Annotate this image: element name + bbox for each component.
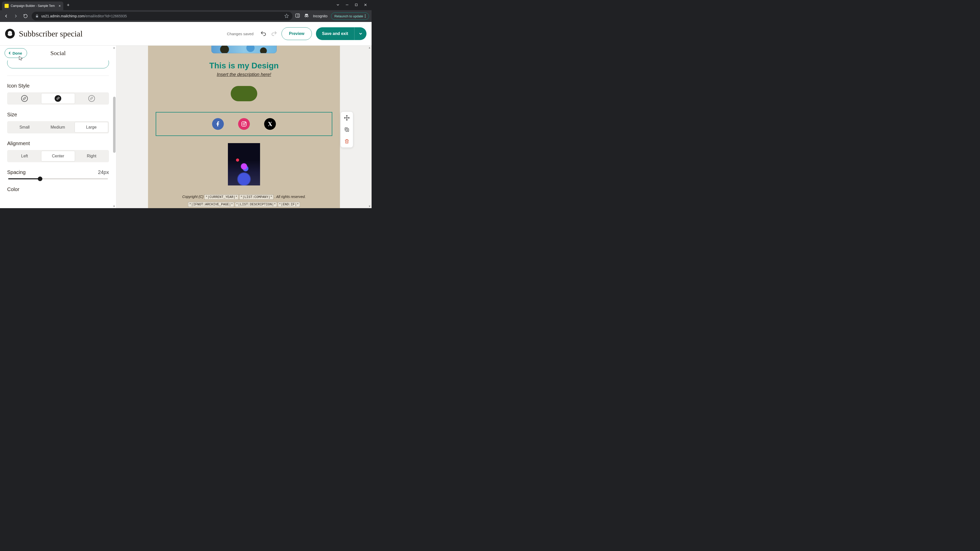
redo-button[interactable]	[271, 30, 277, 37]
sidebar-scrollbar-thumb[interactable]	[113, 97, 116, 153]
browser-toolbar: us21.admin.mailchimp.com/email/editor?id…	[0, 10, 372, 22]
address-bar[interactable]: us21.admin.mailchimp.com/email/editor?id…	[32, 12, 293, 21]
move-block-button[interactable]	[343, 114, 351, 122]
bookmark-icon[interactable]	[284, 14, 289, 19]
merge-tag-company[interactable]: *|LIST:COMPANY|*	[239, 195, 273, 200]
preview-button[interactable]: Preview	[282, 27, 312, 40]
canvas-area: This is my Design Insert the description…	[116, 46, 372, 208]
panel-icon[interactable]	[295, 13, 300, 19]
canvas-heading[interactable]: This is my Design	[156, 61, 332, 70]
canvas-scroll-down-icon[interactable]: ▼	[368, 205, 371, 208]
icon-style-segmented	[7, 92, 109, 105]
new-tab-button[interactable]: +	[67, 3, 70, 8]
back-button[interactable]	[3, 13, 10, 20]
canvas-subheading[interactable]: Insert the description here!	[156, 72, 332, 77]
duplicate-block-button[interactable]	[343, 125, 351, 134]
minimize-icon[interactable]	[345, 3, 348, 7]
merge-tag-ifnot[interactable]: *|IFNOT:ARCHIVE_PAGE|*	[188, 202, 234, 207]
svg-rect-4	[296, 14, 300, 17]
panel-title: Social	[51, 50, 66, 57]
footer-image[interactable]	[228, 143, 260, 186]
email-canvas[interactable]: This is my Design Insert the description…	[148, 46, 340, 208]
sidebar-scrollbar[interactable]: ▲ ▼	[112, 46, 116, 208]
canvas-scroll-up-icon[interactable]: ▲	[368, 46, 371, 49]
relaunch-button[interactable]: Relaunch to update	[331, 13, 369, 20]
icon-style-grey[interactable]	[75, 93, 108, 104]
spacing-value: 24px	[98, 169, 109, 175]
mailchimp-logo[interactable]	[5, 29, 15, 38]
app-header: Subbscriber special Changes saved Previe…	[0, 22, 372, 45]
save-dropdown-button[interactable]	[354, 27, 366, 40]
svg-point-8	[365, 14, 366, 15]
tab-close-icon[interactable]: ×	[59, 4, 61, 8]
canvas-scrollbar[interactable]: ▲ ▼	[368, 46, 372, 208]
spacing-slider-fill	[8, 178, 40, 179]
copyright-line[interactable]: Copyright (C) *|CURRENT_YEAR|* *|LIST:CO…	[156, 193, 332, 208]
canvas-cta-button[interactable]	[231, 86, 257, 101]
merge-tag-endif[interactable]: *|END:IF|*	[278, 202, 300, 207]
spacing-label: Spacing	[7, 169, 25, 175]
size-large[interactable]: Large	[75, 122, 108, 133]
block-toolbar	[340, 111, 353, 148]
reload-button[interactable]	[22, 13, 29, 20]
campaign-name[interactable]: Subbscriber special	[19, 29, 83, 38]
close-window-icon[interactable]	[364, 3, 367, 7]
svg-point-12	[243, 123, 245, 125]
svg-point-10	[365, 17, 366, 18]
svg-point-9	[365, 16, 366, 17]
save-status: Changes saved	[227, 32, 253, 36]
link-outline-icon	[21, 95, 28, 102]
size-medium[interactable]: Medium	[41, 122, 74, 133]
browser-tab[interactable]: Campaign Builder - Sample Tem ×	[2, 2, 63, 10]
window-controls	[336, 3, 372, 7]
link-grey-icon	[88, 95, 95, 102]
merge-tag-desc[interactable]: *|LIST:DESCRIPTION|*	[235, 202, 277, 207]
link-solid-icon	[55, 95, 61, 102]
social-block-selected[interactable]	[156, 112, 332, 136]
copyright-suffix: . All rights reserved.	[274, 195, 306, 199]
maximize-icon[interactable]	[355, 3, 358, 7]
browser-titlebar: Campaign Builder - Sample Tem × +	[0, 0, 372, 10]
address-url: us21.admin.mailchimp.com/email/editor?id…	[41, 14, 127, 18]
facebook-icon[interactable]	[212, 118, 224, 130]
size-label: Size	[7, 112, 109, 118]
chevron-left-icon	[8, 51, 11, 55]
icon-style-outline[interactable]	[8, 93, 41, 104]
incognito-icon[interactable]	[304, 13, 309, 19]
icon-style-label: Icon Style	[7, 83, 109, 89]
tab-favicon	[5, 4, 9, 8]
svg-point-13	[245, 122, 246, 123]
copyright-prefix: Copyright (C)	[182, 195, 204, 199]
delete-block-button[interactable]	[343, 137, 351, 145]
add-social-link-button[interactable]: Add another social link	[7, 60, 109, 68]
lock-icon	[35, 14, 39, 18]
align-right[interactable]: Right	[75, 151, 108, 162]
instagram-icon[interactable]	[238, 118, 250, 130]
incognito-label: Incognito	[313, 14, 328, 18]
done-button[interactable]: Done	[5, 48, 27, 58]
tabs-dropdown-icon[interactable]	[336, 3, 339, 7]
size-segmented: Small Medium Large	[7, 121, 109, 133]
icon-style-solid[interactable]	[41, 93, 75, 104]
spacing-slider[interactable]	[8, 178, 108, 179]
align-left[interactable]: Left	[8, 151, 41, 162]
save-and-exit-button[interactable]: Save and exit	[316, 27, 354, 40]
size-small[interactable]: Small	[8, 122, 41, 133]
properties-sidebar: Done Social Add another social link Icon…	[0, 46, 116, 208]
svg-rect-1	[355, 4, 357, 6]
scrollbar-down-arrow-icon[interactable]: ▼	[113, 205, 115, 208]
svg-point-6	[305, 16, 307, 17]
forward-button[interactable]	[12, 13, 19, 20]
alignment-segmented: Left Center Right	[7, 150, 109, 162]
align-center[interactable]: Center	[41, 151, 75, 162]
x-twitter-icon[interactable]	[264, 118, 276, 130]
tab-title: Campaign Builder - Sample Tem	[11, 4, 57, 8]
save-button-group: Save and exit	[316, 27, 366, 40]
undo-button[interactable]	[260, 30, 267, 37]
spacing-slider-thumb[interactable]	[38, 176, 42, 181]
hero-image[interactable]	[211, 46, 277, 53]
svg-point-7	[307, 16, 308, 17]
color-label: Color	[7, 186, 109, 192]
scrollbar-up-arrow-icon[interactable]: ▲	[113, 46, 115, 49]
merge-tag-year[interactable]: *|CURRENT_YEAR|*	[204, 195, 239, 200]
